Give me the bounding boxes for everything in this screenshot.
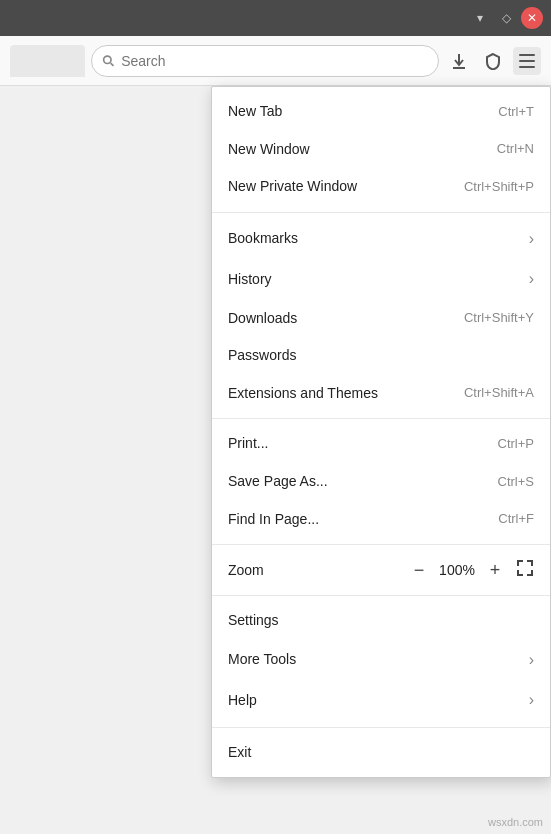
zoom-plus-button[interactable]: + [484, 559, 506, 581]
svg-rect-5 [519, 60, 535, 62]
menu-item-downloads[interactable]: Downloads Ctrl+Shift+Y [212, 300, 550, 338]
menu-item-find-in-page[interactable]: Find In Page... Ctrl+F [212, 501, 550, 539]
menu-section-exit: Exit [212, 728, 550, 778]
search-icon [102, 54, 115, 68]
search-input[interactable] [121, 53, 428, 69]
menu-item-more-tools[interactable]: More Tools › [212, 640, 550, 680]
minimize-button[interactable]: ▾ [469, 7, 491, 29]
svg-point-0 [104, 56, 111, 63]
menu-item-new-tab[interactable]: New Tab Ctrl+T [212, 93, 550, 131]
search-bar[interactable] [91, 45, 439, 77]
menu-item-bookmarks[interactable]: Bookmarks › [212, 219, 550, 259]
shield-button[interactable] [479, 47, 507, 75]
menu-item-new-window[interactable]: New Window Ctrl+N [212, 131, 550, 169]
download-button[interactable] [445, 47, 473, 75]
menu-section-page-actions: Print... Ctrl+P Save Page As... Ctrl+S F… [212, 419, 550, 545]
menu-item-exit[interactable]: Exit [212, 734, 550, 772]
menu-item-extensions-themes[interactable]: Extensions and Themes Ctrl+Shift+A [212, 375, 550, 413]
main-content: New Tab Ctrl+T New Window Ctrl+N New Pri… [0, 86, 551, 834]
menu-section-app-settings: Settings More Tools › Help › [212, 596, 550, 727]
watermark: wsxdn.com [488, 816, 543, 828]
dropdown-menu: New Tab Ctrl+T New Window Ctrl+N New Pri… [211, 86, 551, 778]
menu-section-new-tabs: New Tab Ctrl+T New Window Ctrl+N New Pri… [212, 87, 550, 213]
fullscreen-button[interactable] [516, 559, 534, 581]
close-button[interactable]: ✕ [521, 7, 543, 29]
tab-stub[interactable] [10, 45, 85, 77]
menu-item-help[interactable]: Help › [212, 680, 550, 720]
svg-line-1 [111, 63, 114, 66]
menu-item-passwords[interactable]: Passwords [212, 337, 550, 375]
menu-button[interactable] [513, 47, 541, 75]
toolbar [0, 36, 551, 86]
menu-item-new-private-window[interactable]: New Private Window Ctrl+Shift+P [212, 168, 550, 206]
svg-rect-6 [519, 66, 535, 68]
menu-item-save-page[interactable]: Save Page As... Ctrl+S [212, 463, 550, 501]
menu-section-zoom: Zoom − 100% + [212, 545, 550, 596]
zoom-minus-button[interactable]: − [408, 559, 430, 581]
zoom-row: Zoom − 100% + [212, 551, 550, 589]
pin-button[interactable]: ◇ [495, 7, 517, 29]
title-bar: ▾ ◇ ✕ [0, 0, 551, 36]
svg-rect-4 [519, 54, 535, 56]
zoom-value: 100% [438, 562, 476, 578]
menu-item-settings[interactable]: Settings [212, 602, 550, 640]
zoom-controls: − 100% + [408, 559, 534, 581]
menu-section-browser-features: Bookmarks › History › Downloads Ctrl+Shi… [212, 213, 550, 420]
menu-item-print[interactable]: Print... Ctrl+P [212, 425, 550, 463]
menu-item-history[interactable]: History › [212, 259, 550, 299]
